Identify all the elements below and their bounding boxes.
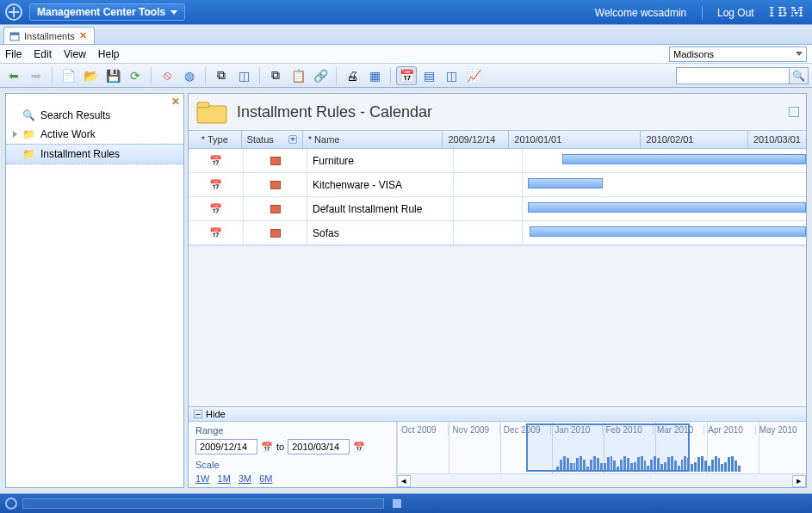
list-view-button[interactable]: ▤ — [418, 66, 439, 85]
globe-button[interactable]: ◍ — [179, 66, 200, 85]
sort-icon[interactable] — [288, 135, 297, 144]
svg-rect-1 — [10, 33, 19, 35]
new-button[interactable]: 📄 — [58, 66, 78, 85]
calendar-icon[interactable]: 📅 — [353, 442, 365, 453]
save-icon: 💾 — [106, 69, 121, 83]
grid-button[interactable]: ▦ — [364, 66, 385, 85]
divider — [52, 67, 53, 84]
column-header-status[interactable]: Status — [242, 131, 303, 148]
divider — [259, 67, 260, 84]
scale-link-1m[interactable]: 1M — [218, 473, 231, 484]
table-row[interactable]: 📅Default Installment Rule — [189, 197, 806, 221]
table-row[interactable]: 📅Kitchenware - VISA — [189, 173, 806, 197]
copy2-button[interactable]: ⧉ — [265, 66, 286, 85]
table-row[interactable]: 📅Sofas — [189, 221, 806, 245]
maximize-icon[interactable] — [789, 107, 799, 117]
paste-button[interactable]: 📋 — [288, 66, 308, 85]
welcome-text: Welcome wcsadmin — [595, 7, 686, 19]
arrow-left-icon: ⬅ — [9, 69, 19, 83]
calendar-view-button[interactable]: 📅 — [396, 66, 417, 85]
globe-icon: ◍ — [184, 69, 195, 83]
close-icon[interactable]: ✕ — [79, 30, 87, 41]
chart-button[interactable]: 📈 — [463, 66, 484, 85]
stop-button[interactable]: ⦸ — [157, 66, 177, 85]
back-button[interactable]: ⬅ — [3, 66, 24, 85]
link-button[interactable]: 🔗 — [310, 66, 331, 85]
table-row[interactable]: 📅Furniture — [189, 149, 806, 173]
refresh-button[interactable]: ⟳ — [125, 66, 146, 85]
search-input[interactable] — [677, 68, 789, 83]
search-button[interactable]: 🔍 — [789, 68, 808, 83]
scroll-right-button[interactable]: ▸ — [792, 475, 806, 487]
menu-help[interactable]: Help — [98, 48, 120, 60]
cell-type: 📅 — [189, 221, 244, 244]
tab-installments[interactable]: Installments ✕ — [3, 27, 95, 44]
scale-link-3m[interactable]: 3M — [239, 473, 251, 484]
sidebar-item-active-work[interactable]: 📁 Active Work — [6, 125, 183, 144]
window-button[interactable]: ◫ — [233, 66, 254, 85]
paste-icon: 📋 — [291, 69, 306, 83]
range-from-input[interactable] — [195, 439, 257, 454]
calendar-icon[interactable]: 📅 — [261, 442, 273, 453]
sidebar-item-label: Search Results — [40, 109, 110, 121]
caret-down-icon — [796, 52, 803, 56]
split-view-button[interactable]: ◫ — [441, 66, 462, 85]
list-icon: ▤ — [424, 69, 435, 83]
forward-button[interactable]: ➡ — [26, 66, 46, 85]
close-icon[interactable]: ✕ — [171, 96, 180, 108]
store-select[interactable]: Madisons — [669, 46, 807, 62]
sidebar-item-installment-rules[interactable]: 📁 Installment Rules — [6, 144, 183, 164]
cell-status — [244, 173, 307, 196]
svg-rect-2 — [197, 106, 226, 123]
status-icon — [5, 498, 17, 510]
column-header-date1[interactable]: 2009/12/14 — [443, 131, 509, 148]
cell-type: 📅 — [189, 197, 244, 220]
column-header-type[interactable]: * Type — [189, 131, 242, 148]
menu-file[interactable]: File — [5, 48, 22, 60]
menu-edit[interactable]: Edit — [34, 48, 52, 60]
gantt-bar[interactable] — [530, 226, 806, 237]
tools-menu[interactable]: Management Center Tools — [29, 3, 185, 21]
cell-status — [244, 221, 307, 244]
range-to-input[interactable] — [288, 439, 350, 454]
chart-icon: 📈 — [467, 69, 481, 83]
copy-icon: ⧉ — [217, 68, 226, 83]
logout-link[interactable]: Log Out — [717, 7, 754, 19]
folder-large-icon — [195, 99, 228, 125]
save-button[interactable]: 💾 — [102, 66, 123, 85]
gantt-bar[interactable] — [528, 202, 806, 213]
overview-timeline[interactable]: Oct 2009Nov 2009Dec 2009Jan 2010Feb 2010… — [397, 422, 806, 487]
menu-view[interactable]: View — [64, 48, 86, 60]
folder-icon: 📁 — [22, 148, 35, 160]
scale-link-6m[interactable]: 6M — [259, 473, 272, 484]
print-icon: 🖨 — [346, 69, 358, 83]
timeline-month-label: May 2010 — [755, 425, 806, 435]
scroll-left-button[interactable]: ◂ — [397, 475, 411, 487]
timeline-selection[interactable] — [526, 423, 690, 472]
expand-icon[interactable] — [13, 131, 17, 138]
column-header-date2[interactable]: 2010/01/01 — [509, 131, 641, 148]
column-header-date4[interactable]: 2010/03/01 — [748, 131, 806, 148]
to-label: to — [276, 442, 284, 452]
search-box[interactable]: 🔍 — [676, 67, 809, 84]
column-header-name[interactable]: * Name — [303, 131, 443, 148]
hide-range-toggle[interactable]: − Hide — [189, 407, 806, 422]
svg-rect-3 — [197, 102, 209, 108]
status-badge — [270, 205, 281, 213]
cell-d1 — [454, 149, 523, 172]
window-icon: ◫ — [239, 69, 250, 83]
copy-button[interactable]: ⧉ — [211, 66, 232, 85]
gantt-bar[interactable] — [562, 154, 806, 164]
range-label: Range — [195, 425, 389, 436]
gantt-bar[interactable] — [528, 178, 603, 189]
cell-gantt — [523, 221, 806, 244]
scale-link-1w[interactable]: 1W — [195, 473, 210, 484]
status-badge — [270, 229, 281, 238]
cell-type: 📅 — [189, 149, 244, 172]
column-header-date3[interactable]: 2010/02/01 — [641, 131, 748, 148]
open-button[interactable]: 📂 — [80, 66, 101, 85]
sidebar-item-search-results[interactable]: 🔍 Search Results — [6, 106, 183, 125]
divider — [336, 67, 337, 84]
grid-header: * Type Status * Name 2009/12/14 2010/01/… — [189, 130, 806, 149]
print-button[interactable]: 🖨 — [342, 66, 363, 85]
